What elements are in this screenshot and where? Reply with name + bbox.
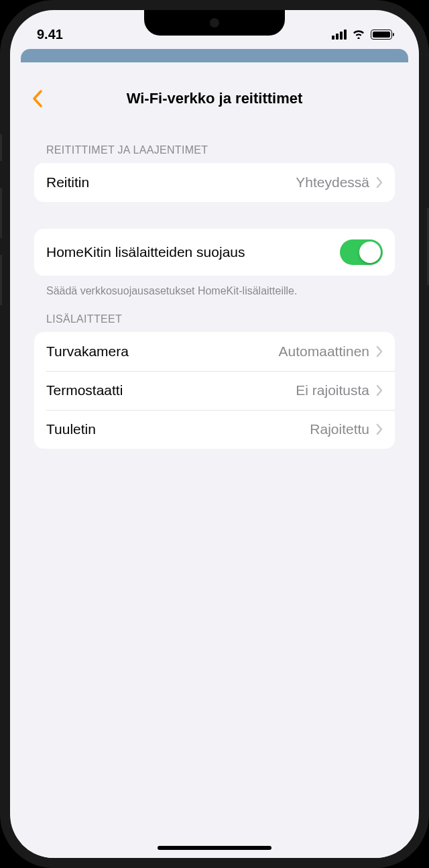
homekit-security-label: HomeKitin lisälaitteiden suojaus [46, 244, 340, 260]
chevron-right-icon [376, 345, 383, 358]
battery-icon [371, 30, 392, 40]
accessory-row-thermostat[interactable]: Termostaatti Ei rajoitusta [34, 371, 395, 410]
routers-section-header: REITITTIMET JA LAAJENTIMET [34, 119, 395, 163]
page-title: Wi-Fi-verkko ja reitittimet [21, 90, 408, 107]
home-indicator[interactable] [158, 846, 271, 850]
status-time: 9.41 [37, 27, 63, 42]
accessory-value: Automaattinen [279, 343, 369, 360]
chevron-right-icon [376, 384, 383, 396]
accessory-value: Ei rajoitusta [296, 382, 369, 398]
router-row[interactable]: Reititin Yhteydessä [34, 163, 395, 202]
volume-down-button [0, 255, 2, 305]
back-button[interactable] [32, 89, 44, 109]
cellular-signal-icon [332, 30, 347, 40]
chevron-right-icon [376, 176, 383, 188]
accessory-row-camera[interactable]: Turvakamera Automaattinen [34, 332, 395, 371]
accessory-row-fan[interactable]: Tuuletin Rajoitettu [34, 410, 395, 449]
status-indicators [332, 27, 392, 42]
homekit-security-row: HomeKitin lisälaitteiden suojaus [34, 229, 395, 276]
accessory-label: Termostaatti [46, 382, 296, 398]
background-sheet-peek [21, 49, 408, 62]
router-value: Yhteydessä [296, 174, 369, 191]
accessory-value: Rajoitettu [310, 421, 369, 437]
security-footer-text: Säädä verkkosuojausasetukset HomeKit-lis… [34, 276, 395, 299]
wifi-icon [352, 27, 365, 42]
accessories-section-header: LISÄLAITTEET [34, 299, 395, 332]
settings-sheet: Wi-Fi-verkko ja reitittimet REITITTIMET … [21, 78, 408, 858]
homekit-security-toggle[interactable] [340, 239, 383, 265]
screen: 9.41 Wi-Fi-verkko ja reitittimet [10, 10, 419, 858]
accessories-group: Turvakamera Automaattinen Termostaatti E… [34, 332, 395, 449]
router-label: Reititin [46, 174, 296, 191]
phone-frame: 9.41 Wi-Fi-verkko ja reitittimet [0, 0, 429, 868]
accessory-label: Tuuletin [46, 421, 310, 437]
toggle-knob [359, 241, 381, 263]
security-group: HomeKitin lisälaitteiden suojaus [34, 229, 395, 276]
notch [144, 10, 285, 36]
chevron-right-icon [376, 423, 383, 435]
accessory-label: Turvakamera [46, 343, 279, 360]
routers-group: Reititin Yhteydessä [34, 163, 395, 202]
settings-body: REITITTIMET JA LAAJENTIMET Reititin Yhte… [21, 119, 408, 449]
navigation-bar: Wi-Fi-verkko ja reitittimet [21, 78, 408, 119]
volume-up-button [0, 188, 2, 238]
silent-switch [0, 134, 2, 161]
